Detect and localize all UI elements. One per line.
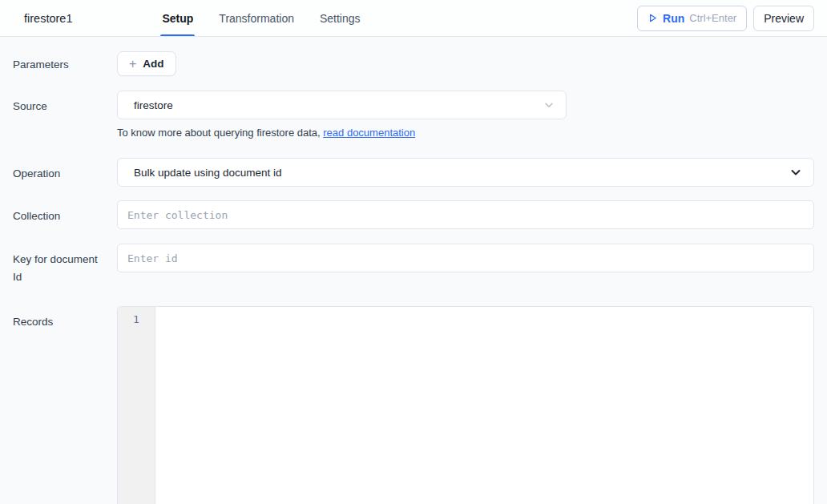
read-documentation-link[interactable]: read documentation	[323, 127, 415, 139]
key-for-document-id-label: Key for document Id	[13, 244, 117, 287]
run-shortcut-hint: Ctrl+Enter	[689, 12, 736, 24]
tab-setup[interactable]: Setup	[160, 0, 195, 36]
code-input-area[interactable]	[155, 307, 813, 504]
query-setup-form: Parameters + Add Source firestore To kno…	[0, 37, 827, 504]
parameters-label: Parameters	[13, 51, 117, 74]
document-id-key-input[interactable]	[117, 244, 814, 272]
operation-row: Operation Bulk update using document id	[13, 158, 814, 187]
key-for-document-id-row: Key for document Id	[13, 244, 814, 287]
operation-label: Operation	[13, 158, 117, 183]
line-number: 1	[118, 313, 155, 325]
query-tabs: Setup Transformation Settings	[160, 0, 361, 36]
records-label: Records	[13, 306, 117, 331]
add-parameter-label: Add	[143, 58, 163, 70]
run-button-label: Run	[663, 12, 684, 25]
play-icon	[647, 13, 658, 23]
query-header: firestore1 Setup Transformation Settings…	[0, 0, 827, 37]
collection-row: Collection	[13, 200, 814, 229]
run-button[interactable]: Run Ctrl+Enter	[637, 6, 747, 31]
records-row: Records 1	[13, 306, 814, 504]
source-help-text: To know more about querying firestore da…	[117, 127, 814, 139]
chevron-down-icon	[789, 166, 802, 179]
parameters-row: Parameters + Add	[13, 51, 814, 76]
add-parameter-button[interactable]: + Add	[117, 51, 176, 76]
source-label: Source	[13, 91, 117, 115]
source-select[interactable]: firestore	[117, 91, 567, 119]
preview-button[interactable]: Preview	[753, 6, 814, 31]
source-select-value: firestore	[134, 99, 173, 111]
source-row: Source firestore To know more about quer…	[13, 91, 814, 139]
header-actions: Run Ctrl+Enter Preview	[637, 6, 814, 31]
collection-label: Collection	[13, 200, 117, 225]
collection-input[interactable]	[117, 200, 814, 229]
records-code-editor[interactable]: 1	[117, 306, 814, 504]
tab-transformation[interactable]: Transformation	[217, 0, 296, 36]
plus-icon: +	[129, 58, 136, 71]
line-number-gutter: 1	[118, 307, 155, 504]
operation-select[interactable]: Bulk update using document id	[117, 158, 814, 187]
tab-settings[interactable]: Settings	[318, 0, 362, 36]
chevron-down-icon	[543, 99, 555, 111]
query-name[interactable]: firestore1	[24, 12, 72, 25]
operation-select-value: Bulk update using document id	[134, 167, 282, 179]
